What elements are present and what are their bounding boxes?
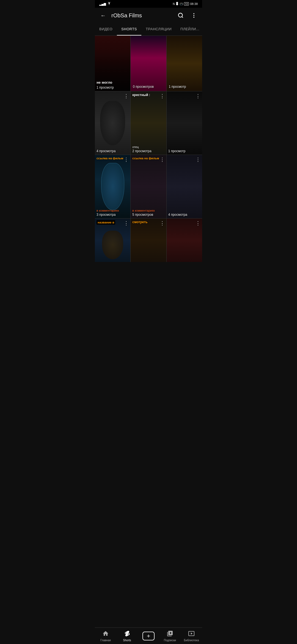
wifi-icon bbox=[107, 2, 111, 6]
video-item[interactable]: ссылка на фильм ⋮ в комментариях 3 просм… bbox=[95, 155, 130, 218]
tab-bar: ВИДЕО SHORTS ТРАНСЛЯЦИИ ПЛЕЙЛИ... bbox=[95, 23, 202, 36]
video-item[interactable]: 1 просмотр bbox=[167, 36, 202, 91]
video-item[interactable]: ссылка на фильм ⋮ в комментариях 5 просм… bbox=[131, 155, 166, 218]
more-icon[interactable]: ⋮ bbox=[160, 93, 165, 99]
view-count: 1 просмотр bbox=[168, 149, 200, 153]
subscriptions-icon bbox=[167, 630, 173, 638]
home-icon bbox=[102, 630, 109, 638]
bluetooth-icon bbox=[176, 2, 178, 6]
more-button[interactable] bbox=[189, 10, 199, 20]
status-right: N 📳 53 08:38 bbox=[173, 2, 198, 6]
video-bottom-text: отец bbox=[132, 145, 164, 149]
view-count: 4 просмотра bbox=[97, 149, 129, 153]
more-icon[interactable]: ⋮ bbox=[124, 93, 129, 99]
top-bar: ← rObSa Films bbox=[95, 8, 202, 23]
svg-point-2 bbox=[193, 15, 194, 16]
video-grid: не могло 1 просмотр 0 просмотров 1 просм… bbox=[95, 36, 202, 262]
view-count: 0 просмотров bbox=[133, 85, 154, 89]
search-button[interactable] bbox=[176, 10, 186, 20]
more-icon[interactable]: ⋮ bbox=[160, 157, 165, 163]
video-overlay-text: не могло bbox=[97, 80, 129, 84]
svg-point-1 bbox=[193, 13, 194, 14]
video-title-overlay: крестный : bbox=[132, 93, 150, 97]
nav-home-label: Главная bbox=[100, 639, 111, 642]
view-count: 4 просмотра bbox=[168, 213, 200, 217]
back-button[interactable]: ← bbox=[98, 10, 108, 20]
tab-video[interactable]: ВИДЕО bbox=[95, 23, 117, 36]
video-item[interactable]: ⋮ 4 просмотра bbox=[95, 91, 130, 155]
page-title: rObSa Films bbox=[111, 12, 172, 19]
nav-library-label: Библиотека bbox=[184, 639, 199, 642]
nav-library[interactable]: Библиотека bbox=[181, 628, 202, 644]
svg-point-0 bbox=[178, 13, 183, 17]
more-icon[interactable]: ⋮ bbox=[160, 220, 165, 226]
video-link-text: ссылка на фильм bbox=[97, 157, 123, 160]
shorts-icon bbox=[124, 630, 130, 638]
bottom-nav: Главная Shorts Подписки Библ bbox=[95, 627, 202, 644]
vibrate-icon: 📳 bbox=[180, 2, 183, 6]
bottom-spacer bbox=[95, 262, 202, 280]
tab-playlists[interactable]: ПЛЕЙЛИ... bbox=[176, 23, 202, 36]
battery-icon: 53 bbox=[184, 2, 189, 6]
video-item[interactable]: не могло 1 просмотр bbox=[95, 36, 130, 91]
more-icon[interactable]: ⋮ bbox=[124, 157, 129, 163]
view-count: 2 просмотра bbox=[132, 149, 164, 153]
nav-shorts[interactable]: Shorts bbox=[116, 628, 138, 644]
nav-home[interactable]: Главная bbox=[95, 628, 116, 644]
video-link-text: ссылка на фильм bbox=[132, 157, 159, 160]
video-item[interactable]: ⋮ bbox=[167, 219, 202, 262]
nfc-icon: N bbox=[173, 2, 175, 6]
tab-streams[interactable]: ТРАНСЛЯЦИИ bbox=[141, 23, 176, 36]
library-icon bbox=[188, 630, 195, 638]
view-count: 3 просмотра bbox=[97, 213, 129, 217]
status-left: ▂▄▆ bbox=[99, 2, 111, 6]
video-item[interactable]: название в ⋮ bbox=[95, 219, 130, 262]
nav-add[interactable] bbox=[138, 628, 159, 644]
tab-shorts[interactable]: SHORTS bbox=[117, 23, 141, 36]
video-item[interactable]: крестный : ⋮ отец 2 просмотра bbox=[131, 91, 166, 155]
time-display: 08:38 bbox=[190, 2, 198, 6]
view-count: 1 просмотр bbox=[97, 86, 129, 89]
nav-subscriptions[interactable]: Подписки bbox=[159, 628, 181, 644]
video-item[interactable]: 0 просмотров bbox=[131, 36, 166, 91]
video-comment-text: в комментариях bbox=[97, 209, 129, 212]
more-icon[interactable]: ⋮ bbox=[196, 93, 200, 99]
more-icon[interactable]: ⋮ bbox=[196, 157, 200, 163]
nav-shorts-label: Shorts bbox=[123, 639, 131, 642]
video-item[interactable]: смотреть ⋮ bbox=[131, 219, 166, 262]
nav-subscriptions-label: Подписки bbox=[164, 639, 176, 642]
video-item[interactable]: ⋮ 4 просмотра bbox=[167, 155, 202, 218]
more-icon[interactable]: ⋮ bbox=[124, 220, 129, 226]
add-button[interactable] bbox=[142, 632, 155, 640]
video-watch-text: смотреть bbox=[132, 220, 147, 224]
more-icon[interactable]: ⋮ bbox=[196, 220, 200, 226]
view-count: 5 просмотров bbox=[132, 213, 164, 217]
video-comment-text: в комментариях bbox=[132, 209, 164, 212]
signal-icon: ▂▄▆ bbox=[99, 2, 106, 6]
video-title-overlay: название в bbox=[97, 220, 115, 225]
view-count: 1 просмотр bbox=[169, 85, 186, 89]
video-item[interactable]: ⋮ 1 просмотр bbox=[167, 91, 202, 155]
status-bar: ▂▄▆ N 📳 53 08:38 bbox=[95, 0, 202, 8]
svg-point-3 bbox=[193, 17, 194, 18]
